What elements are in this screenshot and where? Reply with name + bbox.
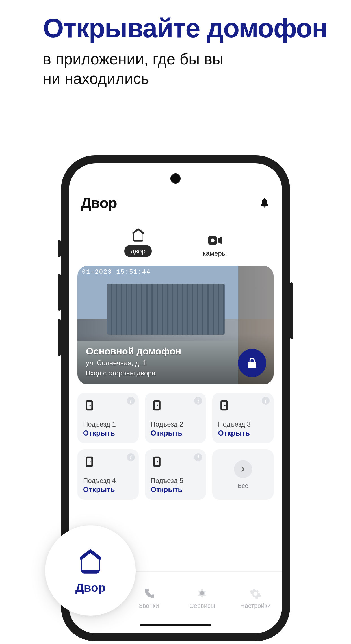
- svg-rect-10: [222, 402, 226, 409]
- tab-services[interactable]: Сервисы: [185, 588, 219, 610]
- door-name: Подъезд 2: [151, 420, 201, 428]
- segment-cameras[interactable]: камеры: [203, 234, 227, 257]
- info-icon[interactable]: i: [127, 397, 135, 405]
- all-doors-label: Все: [238, 482, 248, 489]
- door-action-button[interactable]: Открыть: [218, 429, 268, 438]
- tab-calls[interactable]: Звонки: [132, 588, 166, 610]
- door-name: Подъезд 5: [151, 477, 201, 485]
- svg-point-17: [157, 461, 158, 462]
- segment-yard-label: двор: [124, 245, 152, 257]
- unlock-button[interactable]: [238, 349, 266, 377]
- door-icon: [151, 456, 163, 468]
- door-card[interactable]: i Подъезд 1 Открыть: [77, 393, 139, 443]
- bell-icon[interactable]: [259, 197, 270, 208]
- door-name: Подъезд 3: [218, 420, 268, 428]
- svg-point-18: [200, 591, 204, 595]
- door-card[interactable]: i Подъезд 3 Открыть: [212, 393, 274, 443]
- door-action-button[interactable]: Открыть: [151, 485, 201, 494]
- svg-rect-4: [87, 402, 92, 409]
- doors-grid: i Подъезд 1 Открыть i: [77, 393, 274, 500]
- svg-point-14: [90, 461, 91, 462]
- svg-rect-16: [155, 458, 159, 465]
- info-icon[interactable]: i: [262, 397, 270, 405]
- promo-subtitle-line2: ни находились: [43, 70, 149, 87]
- camera-timestamp: 01-2023 15:51:44: [82, 269, 151, 276]
- segment-yard[interactable]: двор: [124, 227, 152, 257]
- phone-side-button: [58, 274, 61, 311]
- promo-subtitle-line1: в приложении, где бы вы: [43, 50, 224, 68]
- tab-services-label: Сервисы: [189, 602, 215, 610]
- info-icon[interactable]: i: [194, 453, 202, 461]
- tab-settings-label: Настройки: [240, 602, 271, 610]
- camera-title: Основной домофон: [86, 346, 234, 357]
- door-action-button[interactable]: Открыть: [83, 429, 133, 438]
- door-name: Подъезд 4: [83, 477, 133, 485]
- promo-title: Открывайте домофон: [43, 14, 328, 42]
- app-header: Двор: [77, 192, 274, 211]
- house-icon: [131, 227, 146, 242]
- door-card[interactable]: i Подъезд 4 Открыть: [77, 449, 139, 500]
- svg-rect-19: [87, 561, 94, 569]
- svg-point-11: [224, 405, 226, 406]
- gear-icon: [249, 588, 262, 600]
- tab-yard-highlight[interactable]: Двор: [45, 525, 136, 616]
- svg-rect-13: [87, 458, 92, 465]
- door-icon: [151, 399, 163, 412]
- phone-side-button: [58, 319, 61, 356]
- segmented-control: двор камеры: [77, 227, 274, 257]
- svg-point-5: [90, 405, 91, 406]
- door-action-button[interactable]: Открыть: [83, 485, 133, 494]
- info-icon[interactable]: i: [194, 397, 202, 405]
- services-icon: [196, 588, 208, 600]
- tab-yard-label: Двор: [75, 581, 106, 595]
- tab-settings[interactable]: Настройки: [239, 588, 272, 610]
- tab-calls-label: Звонки: [139, 602, 159, 610]
- phone-side-button: [58, 240, 61, 257]
- door-card[interactable]: i Подъезд 2 Открыть: [145, 393, 206, 443]
- door-name: Подъезд 1: [83, 420, 133, 428]
- promo-subtitle: в приложении, где бы вы ни находились: [43, 49, 328, 88]
- lock-icon: [246, 357, 258, 369]
- chevron-right-icon: [234, 460, 252, 478]
- camera-address: ул. Солнечная, д. 1: [86, 359, 234, 367]
- camera-overlay: Основной домофон ул. Солнечная, д. 1 Вхо…: [86, 346, 234, 377]
- door-action-button[interactable]: Открыть: [151, 429, 201, 438]
- page-title: Двор: [81, 194, 117, 211]
- door-card-all[interactable]: Все: [212, 449, 274, 500]
- phone-icon: [143, 588, 155, 600]
- door-icon: [218, 399, 230, 412]
- svg-rect-7: [155, 402, 159, 409]
- camera-building: [107, 284, 224, 335]
- phone-side-button: [290, 282, 293, 339]
- camera-icon: [207, 234, 222, 247]
- camera-preview-card[interactable]: 01-2023 15:51:44 Основной домофон ул. Со…: [77, 266, 274, 384]
- camera-location: Вход с стороны двора: [86, 369, 234, 377]
- svg-point-0: [136, 234, 140, 237]
- svg-point-8: [157, 405, 158, 406]
- house-icon: [76, 547, 105, 575]
- door-icon: [83, 399, 96, 412]
- phone-front-camera: [170, 173, 181, 184]
- door-icon: [83, 456, 96, 468]
- svg-point-2: [211, 238, 214, 242]
- info-icon[interactable]: i: [127, 453, 135, 461]
- home-indicator: [140, 624, 211, 626]
- door-card[interactable]: i Подъезд 5 Открыть: [145, 449, 206, 500]
- segment-cameras-label: камеры: [203, 249, 227, 257]
